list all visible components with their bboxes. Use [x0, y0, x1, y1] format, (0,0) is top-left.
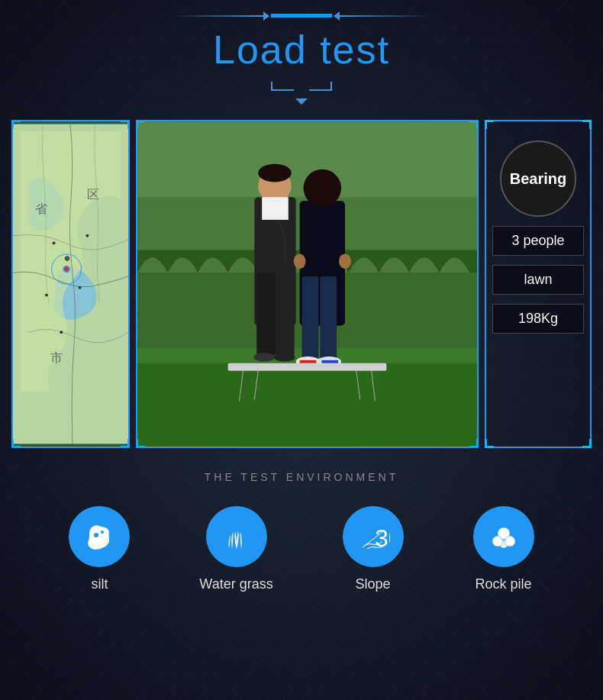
people-count-row: 3 people — [492, 226, 584, 256]
page-title: Load test — [213, 27, 390, 73]
info-corner-bl — [485, 439, 494, 448]
chevron-down-icon — [295, 98, 308, 105]
sub-decoration — [271, 82, 332, 105]
info-corner-br — [582, 439, 592, 448]
weight-text: 198Kg — [518, 311, 558, 326]
svg-point-47 — [500, 540, 508, 548]
rock-pile-item: Rock pile — [473, 506, 534, 592]
svg-rect-36 — [228, 363, 387, 371]
photo-corner-bl — [136, 439, 145, 448]
slope-icon-circle: 30° — [343, 506, 404, 567]
silt-icon-circle — [69, 506, 130, 567]
photo-corner-br — [469, 439, 479, 448]
rock-pile-label: Rock pile — [476, 576, 532, 592]
header-section: Load test — [0, 0, 603, 105]
svg-point-5 — [79, 286, 82, 289]
water-grass-icon — [220, 520, 253, 553]
sub-line-row — [271, 82, 332, 91]
photo-corner-tl — [136, 120, 145, 129]
top-decoration — [172, 14, 431, 18]
bottom-section: THE TEST ENVIRONMENT silt — [11, 471, 592, 592]
svg-point-41 — [94, 533, 98, 537]
map-svg: ● 省 区 市 — [13, 121, 128, 447]
silt-item: silt — [69, 506, 130, 592]
map-background: ● 省 区 市 — [13, 121, 128, 447]
bearing-label: Bearing — [510, 170, 566, 188]
silt-icon — [82, 520, 116, 553]
slope-label: Slope — [356, 576, 391, 592]
corner-tl — [11, 120, 21, 129]
svg-rect-22 — [256, 273, 276, 356]
corner-br — [121, 439, 130, 448]
svg-point-7 — [85, 234, 89, 237]
environment-text: lawn — [524, 272, 552, 287]
page-wrapper: Load test — [0, 0, 603, 700]
rock-pile-icon-circle — [473, 506, 534, 567]
photo-background — [137, 121, 477, 447]
svg-rect-35 — [321, 360, 338, 363]
main-content: ● 省 区 市 — [11, 120, 592, 448]
svg-text:市: 市 — [50, 351, 63, 364]
corner-bl — [11, 439, 21, 448]
icons-row: silt Water grass — [11, 506, 592, 592]
svg-point-31 — [339, 253, 351, 269]
env-label: THE TEST ENVIRONMENT — [205, 471, 399, 483]
svg-point-3 — [64, 267, 69, 272]
top-center-bar — [271, 14, 332, 18]
water-grass-label: Water grass — [199, 576, 272, 592]
info-corner-tr — [582, 120, 592, 129]
corner-tr — [121, 120, 130, 129]
environment-row: lawn — [492, 265, 584, 295]
svg-text:●: ● — [63, 251, 70, 264]
rock-pile-icon — [487, 520, 521, 553]
svg-point-25 — [274, 353, 295, 362]
svg-point-4 — [53, 241, 56, 244]
svg-point-27 — [304, 169, 341, 207]
svg-rect-21 — [262, 197, 289, 220]
svg-text:区: 区 — [87, 188, 99, 201]
bearing-circle: Bearing — [500, 140, 576, 217]
info-panel: Bearing 3 people lawn 198Kg — [485, 120, 592, 448]
svg-rect-17 — [137, 363, 477, 447]
svg-point-6 — [45, 294, 48, 297]
slope-item: 30° Slope — [343, 506, 404, 592]
svg-point-20 — [258, 164, 292, 182]
svg-text:省: 省 — [35, 202, 47, 215]
svg-rect-23 — [276, 273, 295, 356]
scene-svg — [137, 121, 477, 447]
silt-label: silt — [91, 576, 108, 592]
svg-point-30 — [294, 253, 306, 269]
water-grass-icon-circle — [206, 506, 267, 567]
info-corner-tl — [485, 120, 494, 129]
map-panel: ● 省 区 市 — [11, 120, 130, 448]
weight-row: 198Kg — [492, 304, 584, 334]
slope-icon: 30° — [356, 520, 390, 553]
svg-point-24 — [253, 353, 275, 362]
photo-corner-tr — [469, 120, 479, 129]
bracket-right — [309, 82, 332, 91]
svg-rect-34 — [300, 360, 317, 363]
top-line-left — [172, 15, 263, 17]
svg-rect-29 — [320, 276, 337, 360]
photo-panel — [136, 120, 479, 448]
bracket-left — [271, 82, 294, 91]
svg-point-8 — [60, 331, 63, 334]
svg-point-42 — [101, 531, 104, 534]
people-count-text: 3 people — [511, 233, 564, 248]
top-line-right — [340, 15, 431, 17]
water-grass-item: Water grass — [199, 506, 272, 592]
svg-rect-28 — [302, 276, 319, 360]
svg-text:30°: 30° — [375, 524, 390, 552]
